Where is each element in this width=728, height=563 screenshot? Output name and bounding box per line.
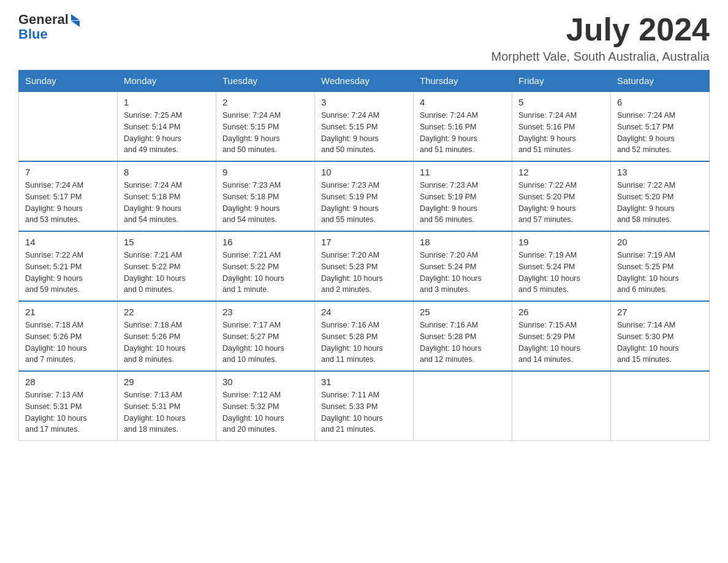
day-info: Sunrise: 7:24 AM Sunset: 5:17 PM Dayligh… — [617, 110, 703, 156]
calendar-cell: 18Sunrise: 7:20 AM Sunset: 5:24 PM Dayli… — [414, 231, 512, 301]
calendar-cell: 1Sunrise: 7:25 AM Sunset: 5:14 PM Daylig… — [118, 91, 216, 161]
calendar-cell: 21Sunrise: 7:18 AM Sunset: 5:26 PM Dayli… — [19, 301, 118, 371]
day-number: 8 — [124, 167, 210, 177]
day-number: 1 — [124, 97, 210, 107]
day-number: 20 — [617, 237, 703, 247]
day-info: Sunrise: 7:22 AM Sunset: 5:20 PM Dayligh… — [518, 180, 604, 226]
day-info: Sunrise: 7:23 AM Sunset: 5:19 PM Dayligh… — [420, 180, 506, 226]
day-info: Sunrise: 7:13 AM Sunset: 5:31 PM Dayligh… — [25, 389, 111, 435]
calendar-cell: 16Sunrise: 7:21 AM Sunset: 5:22 PM Dayli… — [216, 231, 315, 301]
day-number: 9 — [222, 167, 308, 177]
day-number: 21 — [25, 307, 111, 317]
day-number: 17 — [321, 237, 407, 247]
day-info: Sunrise: 7:24 AM Sunset: 5:16 PM Dayligh… — [518, 110, 604, 156]
day-number: 28 — [25, 377, 111, 387]
day-number: 26 — [518, 307, 604, 317]
calendar-week-row: 21Sunrise: 7:18 AM Sunset: 5:26 PM Dayli… — [19, 301, 710, 371]
day-number: 25 — [420, 307, 506, 317]
calendar-day-header: Thursday — [414, 71, 512, 92]
calendar-day-header: Friday — [512, 71, 611, 92]
calendar-cell: 15Sunrise: 7:21 AM Sunset: 5:22 PM Dayli… — [118, 231, 216, 301]
day-info: Sunrise: 7:21 AM Sunset: 5:22 PM Dayligh… — [222, 250, 308, 296]
day-number: 18 — [420, 237, 506, 247]
calendar-cell: 30Sunrise: 7:12 AM Sunset: 5:32 PM Dayli… — [216, 371, 315, 441]
calendar-cell: 4Sunrise: 7:24 AM Sunset: 5:16 PM Daylig… — [414, 91, 512, 161]
day-number: 29 — [124, 377, 210, 387]
calendar-cell — [414, 371, 512, 441]
day-number: 7 — [25, 167, 111, 177]
calendar-cell: 31Sunrise: 7:11 AM Sunset: 5:33 PM Dayli… — [315, 371, 414, 441]
day-info: Sunrise: 7:19 AM Sunset: 5:24 PM Dayligh… — [518, 250, 604, 296]
page-header: General Blue July 2024 Morphett Vale, So… — [18, 12, 710, 64]
calendar-cell: 3Sunrise: 7:24 AM Sunset: 5:15 PM Daylig… — [315, 91, 414, 161]
day-info: Sunrise: 7:23 AM Sunset: 5:19 PM Dayligh… — [321, 180, 407, 226]
calendar-cell: 17Sunrise: 7:20 AM Sunset: 5:23 PM Dayli… — [315, 231, 414, 301]
day-info: Sunrise: 7:25 AM Sunset: 5:14 PM Dayligh… — [124, 110, 210, 156]
day-info: Sunrise: 7:18 AM Sunset: 5:26 PM Dayligh… — [124, 320, 210, 366]
calendar-cell: 8Sunrise: 7:24 AM Sunset: 5:18 PM Daylig… — [118, 161, 216, 231]
calendar-cell: 20Sunrise: 7:19 AM Sunset: 5:25 PM Dayli… — [611, 231, 710, 301]
day-info: Sunrise: 7:13 AM Sunset: 5:31 PM Dayligh… — [124, 389, 210, 435]
calendar-cell: 12Sunrise: 7:22 AM Sunset: 5:20 PM Dayli… — [512, 161, 611, 231]
calendar-day-header: Tuesday — [216, 71, 315, 92]
logo-general-text: General — [18, 12, 69, 27]
day-number: 12 — [518, 167, 604, 177]
day-info: Sunrise: 7:24 AM Sunset: 5:17 PM Dayligh… — [25, 180, 111, 226]
calendar-table: SundayMondayTuesdayWednesdayThursdayFrid… — [18, 70, 710, 441]
calendar-day-header: Wednesday — [315, 71, 414, 92]
calendar-cell: 9Sunrise: 7:23 AM Sunset: 5:18 PM Daylig… — [216, 161, 315, 231]
calendar-cell: 11Sunrise: 7:23 AM Sunset: 5:19 PM Dayli… — [414, 161, 512, 231]
day-number: 14 — [25, 237, 111, 247]
calendar-day-header: Saturday — [611, 71, 710, 92]
logo: General Blue — [18, 12, 80, 42]
title-block: July 2024 Morphett Vale, South Australia… — [491, 12, 710, 64]
calendar-week-row: 28Sunrise: 7:13 AM Sunset: 5:31 PM Dayli… — [19, 371, 710, 441]
calendar-cell: 24Sunrise: 7:16 AM Sunset: 5:28 PM Dayli… — [315, 301, 414, 371]
calendar-cell: 5Sunrise: 7:24 AM Sunset: 5:16 PM Daylig… — [512, 91, 611, 161]
day-info: Sunrise: 7:12 AM Sunset: 5:32 PM Dayligh… — [222, 389, 308, 435]
calendar-cell: 26Sunrise: 7:15 AM Sunset: 5:29 PM Dayli… — [512, 301, 611, 371]
day-number: 6 — [617, 97, 703, 107]
calendar-cell: 28Sunrise: 7:13 AM Sunset: 5:31 PM Dayli… — [19, 371, 118, 441]
day-info: Sunrise: 7:22 AM Sunset: 5:20 PM Dayligh… — [617, 180, 703, 226]
day-info: Sunrise: 7:11 AM Sunset: 5:33 PM Dayligh… — [321, 389, 407, 435]
day-number: 19 — [518, 237, 604, 247]
day-number: 10 — [321, 167, 407, 177]
day-number: 13 — [617, 167, 703, 177]
day-info: Sunrise: 7:17 AM Sunset: 5:27 PM Dayligh… — [222, 320, 308, 366]
calendar-cell: 6Sunrise: 7:24 AM Sunset: 5:17 PM Daylig… — [611, 91, 710, 161]
day-number: 31 — [321, 377, 407, 387]
calendar-cell: 13Sunrise: 7:22 AM Sunset: 5:20 PM Dayli… — [611, 161, 710, 231]
day-info: Sunrise: 7:15 AM Sunset: 5:29 PM Dayligh… — [518, 320, 604, 366]
day-info: Sunrise: 7:19 AM Sunset: 5:25 PM Dayligh… — [617, 250, 703, 296]
day-info: Sunrise: 7:14 AM Sunset: 5:30 PM Dayligh… — [617, 320, 703, 366]
day-number: 3 — [321, 97, 407, 107]
day-number: 23 — [222, 307, 308, 317]
calendar-cell: 22Sunrise: 7:18 AM Sunset: 5:26 PM Dayli… — [118, 301, 216, 371]
day-number: 5 — [518, 97, 604, 107]
calendar-cell — [611, 371, 710, 441]
calendar-week-row: 7Sunrise: 7:24 AM Sunset: 5:17 PM Daylig… — [19, 161, 710, 231]
calendar-cell: 25Sunrise: 7:16 AM Sunset: 5:28 PM Dayli… — [414, 301, 512, 371]
day-number: 15 — [124, 237, 210, 247]
day-number: 27 — [617, 307, 703, 317]
calendar-cell: 10Sunrise: 7:23 AM Sunset: 5:19 PM Dayli… — [315, 161, 414, 231]
day-number: 16 — [222, 237, 308, 247]
day-number: 4 — [420, 97, 506, 107]
day-info: Sunrise: 7:20 AM Sunset: 5:24 PM Dayligh… — [420, 250, 506, 296]
calendar-cell: 29Sunrise: 7:13 AM Sunset: 5:31 PM Dayli… — [118, 371, 216, 441]
day-number: 30 — [222, 377, 308, 387]
day-info: Sunrise: 7:24 AM Sunset: 5:15 PM Dayligh… — [321, 110, 407, 156]
calendar-cell: 19Sunrise: 7:19 AM Sunset: 5:24 PM Dayli… — [512, 231, 611, 301]
day-info: Sunrise: 7:16 AM Sunset: 5:28 PM Dayligh… — [420, 320, 506, 366]
calendar-cell — [19, 91, 118, 161]
calendar-cell: 14Sunrise: 7:22 AM Sunset: 5:21 PM Dayli… — [19, 231, 118, 301]
day-number: 24 — [321, 307, 407, 317]
day-number: 22 — [124, 307, 210, 317]
calendar-cell: 23Sunrise: 7:17 AM Sunset: 5:27 PM Dayli… — [216, 301, 315, 371]
calendar-day-header: Monday — [118, 71, 216, 92]
day-number: 2 — [222, 97, 308, 107]
day-info: Sunrise: 7:16 AM Sunset: 5:28 PM Dayligh… — [321, 320, 407, 366]
calendar-week-row: 14Sunrise: 7:22 AM Sunset: 5:21 PM Dayli… — [19, 231, 710, 301]
day-info: Sunrise: 7:22 AM Sunset: 5:21 PM Dayligh… — [25, 250, 111, 296]
